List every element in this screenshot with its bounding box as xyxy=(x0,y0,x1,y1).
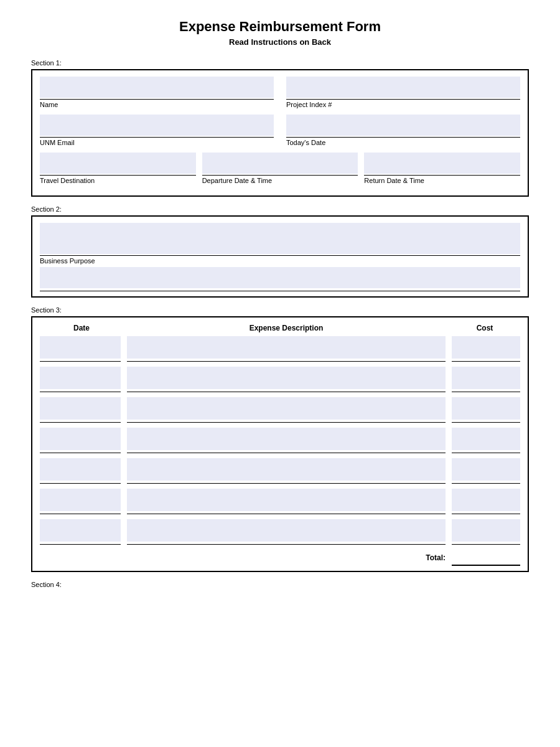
cost-cell-2[interactable] xyxy=(452,367,520,389)
col-date-header: Date xyxy=(41,324,122,332)
todays-date-label: Today's Date xyxy=(286,137,520,146)
return-date-label: Return Date & Time xyxy=(364,175,520,184)
total-label: Total: xyxy=(426,553,446,562)
travel-destination-label: Travel Destination xyxy=(40,175,196,184)
cost-cell-6[interactable] xyxy=(452,489,520,511)
section1-label: Section 1: xyxy=(31,59,529,67)
cost-cell-3[interactable] xyxy=(452,397,520,420)
section4-label: Section 4: xyxy=(31,581,529,588)
unm-email-field-group: UNM Email xyxy=(40,115,274,149)
business-purpose-label: Business Purpose xyxy=(40,255,520,265)
departure-date-field-group: Departure Date & Time xyxy=(202,153,358,187)
expense-row xyxy=(40,336,520,359)
section2-box: Business Purpose xyxy=(31,215,529,298)
section3-header: Date Expense Description Cost xyxy=(40,324,520,332)
name-label: Name xyxy=(40,99,274,108)
todays-date-field-group: Today's Date xyxy=(286,115,520,149)
name-field-group: Name xyxy=(40,77,274,111)
section2-inner: Business Purpose xyxy=(40,223,520,291)
project-index-field-group: Project Index # xyxy=(286,77,520,111)
departure-date-label: Departure Date & Time xyxy=(202,175,358,184)
unm-email-input[interactable] xyxy=(40,115,274,136)
expense-row xyxy=(40,458,520,481)
cost-cell-5[interactable] xyxy=(452,458,520,481)
date-cell-3[interactable] xyxy=(40,397,121,420)
page-title: Expense Reimbursement Form xyxy=(31,19,529,35)
page-header: Expense Reimbursement Form Read Instruct… xyxy=(31,19,529,47)
desc-cell-2[interactable] xyxy=(127,367,446,389)
section1-box: Name Project Index # UNM Email Today's D… xyxy=(31,69,529,197)
col-desc-header: Expense Description xyxy=(128,324,444,332)
date-cell-6[interactable] xyxy=(40,489,121,511)
date-cell-4[interactable] xyxy=(40,428,121,450)
unm-email-label: UNM Email xyxy=(40,137,274,146)
page-subtitle: Read Instructions on Back xyxy=(31,37,529,47)
expense-row xyxy=(40,367,520,389)
cost-cell-7[interactable] xyxy=(452,519,520,542)
desc-cell-4[interactable] xyxy=(127,428,446,450)
cost-cell-4[interactable] xyxy=(452,428,520,450)
todays-date-input[interactable] xyxy=(286,115,520,136)
departure-return-grid: Travel Destination Departure Date & Time… xyxy=(40,153,520,190)
cost-cell-1[interactable] xyxy=(452,336,520,359)
return-date-input[interactable] xyxy=(364,153,520,174)
col-cost-header: Cost xyxy=(450,324,519,332)
desc-cell-6[interactable] xyxy=(127,489,446,511)
section2-label: Section 2: xyxy=(31,205,529,213)
expense-row xyxy=(40,489,520,511)
expense-row xyxy=(40,519,520,542)
expense-row xyxy=(40,428,520,450)
date-cell-1[interactable] xyxy=(40,336,121,359)
total-input[interactable] xyxy=(452,550,520,566)
date-cell-5[interactable] xyxy=(40,458,121,481)
section1-grid: Name Project Index # UNM Email Today's D… xyxy=(40,77,520,153)
section3-label: Section 3: xyxy=(31,306,529,314)
expense-row xyxy=(40,397,520,420)
total-row: Total: xyxy=(40,550,520,566)
project-index-label: Project Index # xyxy=(286,99,520,108)
travel-destination-field-group: Travel Destination xyxy=(40,153,196,187)
return-date-field-group: Return Date & Time xyxy=(364,153,520,187)
desc-cell-3[interactable] xyxy=(127,397,446,420)
name-input[interactable] xyxy=(40,77,274,98)
departure-date-input[interactable] xyxy=(202,153,358,174)
business-purpose-input-top[interactable] xyxy=(40,223,520,254)
desc-cell-5[interactable] xyxy=(127,458,446,481)
desc-cell-7[interactable] xyxy=(127,519,446,542)
business-purpose-input-bottom[interactable] xyxy=(40,267,520,288)
desc-cell-1[interactable] xyxy=(127,336,446,359)
project-index-input[interactable] xyxy=(286,77,520,98)
travel-destination-input[interactable] xyxy=(40,153,196,174)
date-cell-7[interactable] xyxy=(40,519,121,542)
date-cell-2[interactable] xyxy=(40,367,121,389)
section3-box: Date Expense Description Cost xyxy=(31,316,529,572)
